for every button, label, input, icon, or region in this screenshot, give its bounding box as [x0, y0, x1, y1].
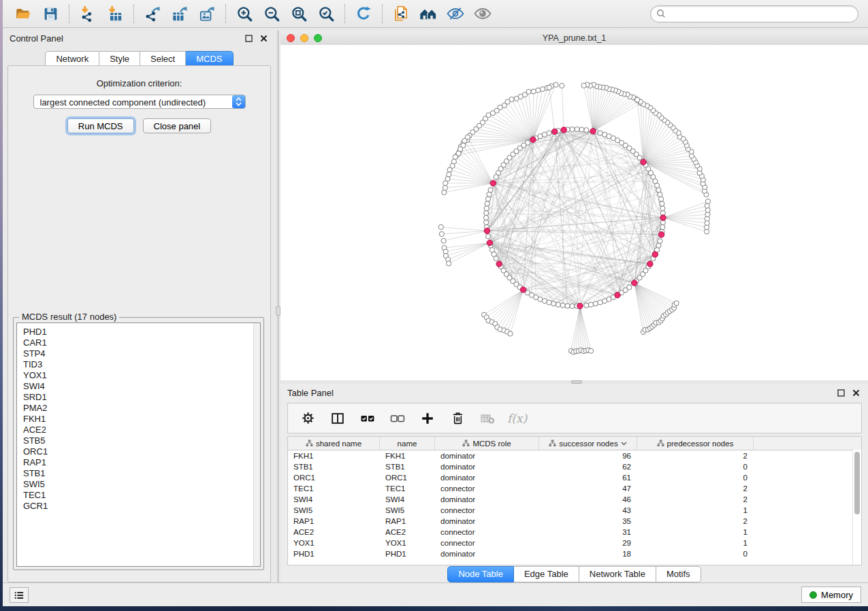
column-header-MCDS-role[interactable]: MCDS role: [435, 437, 539, 450]
table-tab-edge-table[interactable]: Edge Table: [514, 566, 579, 582]
table-cell: PHD1: [380, 548, 435, 559]
table-row[interactable]: SWI4SWI4dominator462: [288, 494, 861, 505]
network-graph[interactable]: [280, 45, 868, 380]
import-table-button[interactable]: [101, 1, 129, 26]
optimization-criterion-select[interactable]: largest connected component (undirected): [33, 95, 246, 109]
list-item[interactable]: YOX1: [23, 370, 260, 381]
column-label: MCDS role: [472, 440, 511, 448]
table-settings-button[interactable]: [296, 407, 319, 430]
memory-label: Memory: [821, 590, 853, 600]
mcds-result-list[interactable]: PHD1CAR1STP4TID3YOX1SWI4SRD1PMA2FKH1ACE2…: [16, 323, 261, 567]
plus-icon: [420, 411, 435, 426]
table-tab-network-table[interactable]: Network Table: [579, 566, 656, 582]
column-header-name[interactable]: name: [380, 437, 435, 450]
zoom-selected-button[interactable]: [312, 1, 340, 26]
table-row[interactable]: RAP1RAP1dominator352: [288, 516, 861, 527]
svg-text:f(x): f(x): [507, 412, 528, 425]
delete-column-button[interactable]: [446, 407, 469, 430]
list-item[interactable]: TID3: [23, 359, 260, 370]
hide-annotations-button[interactable]: [442, 1, 469, 26]
list-item[interactable]: STB5: [23, 435, 260, 446]
sort-descending-icon: [621, 442, 627, 446]
mcds-result-title: MCDS result (17 nodes): [19, 312, 119, 322]
list-item[interactable]: STB1: [23, 468, 260, 479]
list-item[interactable]: FKH1: [23, 414, 260, 425]
list-item[interactable]: SWI4: [23, 381, 260, 392]
table-cell: 2: [637, 516, 754, 527]
table-row[interactable]: PHD1PHD1dominator180: [288, 548, 861, 559]
table-row[interactable]: TEC1TEC1connector472: [288, 483, 861, 494]
column-header-predecessor-nodes[interactable]: predecessor nodes: [637, 437, 754, 450]
function-builder-button-disabled[interactable]: f(x): [506, 407, 529, 430]
mcds-result-scrollbar[interactable]: [253, 323, 260, 566]
list-item[interactable]: SWI5: [23, 479, 260, 490]
list-item[interactable]: CAR1: [23, 337, 260, 348]
table-cell: YOX1: [288, 538, 380, 548]
table-row[interactable]: ACE2ACE2connector311: [288, 527, 861, 538]
select-all-rows-button[interactable]: [356, 407, 379, 430]
show-view-button[interactable]: [469, 1, 496, 26]
table-row[interactable]: SWI5SWI5connector431: [288, 505, 861, 516]
network-canvas[interactable]: [280, 45, 868, 380]
table-cell: ORC1: [288, 472, 380, 483]
table-row[interactable]: FKH1FKH1dominator962: [288, 450, 861, 461]
fx-icon: f(x): [506, 410, 529, 427]
table-cell: 47: [539, 483, 637, 494]
zoom-fit-button[interactable]: [285, 1, 312, 26]
import-network-button[interactable]: [74, 1, 101, 26]
search-input[interactable]: [650, 5, 858, 22]
list-item[interactable]: PHD1: [23, 327, 260, 337]
home-pages-button[interactable]: [415, 1, 442, 26]
export-table-icon: [171, 5, 189, 22]
float-panel-icon[interactable]: [835, 387, 846, 398]
create-column-button[interactable]: [416, 407, 439, 430]
column-namespace-icon: [657, 440, 664, 447]
list-item[interactable]: SRD1: [23, 392, 260, 403]
memory-button[interactable]: Memory: [801, 587, 861, 603]
export-image-button[interactable]: [193, 1, 221, 26]
zoom-out-button[interactable]: [258, 1, 285, 26]
close-panel-button[interactable]: Close panel: [143, 118, 212, 133]
control-panel-title: Control Panel: [10, 33, 63, 44]
scrollbar-thumb[interactable]: [854, 452, 860, 514]
export-network-button[interactable]: [139, 1, 166, 26]
refresh-layout-button[interactable]: [350, 1, 377, 26]
list-item[interactable]: ORC1: [23, 446, 260, 457]
float-panel-icon[interactable]: [243, 33, 254, 44]
save-session-button[interactable]: [37, 1, 64, 26]
list-item[interactable]: ACE2: [23, 425, 260, 435]
table-cell: 1: [637, 505, 754, 516]
table-row[interactable]: STB1STB1dominator620: [288, 461, 861, 472]
table-tab-motifs[interactable]: Motifs: [656, 566, 701, 582]
list-item[interactable]: PMA2: [23, 403, 260, 414]
close-panel-icon[interactable]: [258, 33, 269, 44]
list-item[interactable]: TEC1: [23, 490, 260, 501]
zoom-in-button[interactable]: [231, 1, 258, 26]
deselect-all-rows-button[interactable]: [386, 407, 409, 430]
delete-table-button-disabled[interactable]: [476, 407, 499, 430]
table-cell: SWI4: [288, 494, 380, 505]
close-panel-icon[interactable]: [850, 387, 861, 398]
splitter-handle[interactable]: [276, 306, 280, 316]
column-label: name: [398, 440, 417, 448]
table-cell: FKH1: [380, 450, 435, 461]
run-mcds-button[interactable]: Run MCDS: [67, 118, 134, 133]
column-header-shared-name[interactable]: shared name: [288, 437, 380, 450]
eye-icon: [473, 4, 492, 23]
task-history-button[interactable]: [10, 587, 29, 603]
search-container: [650, 5, 858, 22]
list-item[interactable]: GCR1: [23, 501, 260, 512]
table-scrollbar[interactable]: [852, 450, 861, 565]
export-table-button[interactable]: [166, 1, 193, 26]
table-tab-node-table[interactable]: Node Table: [447, 566, 514, 582]
table-row[interactable]: ORC1ORC1dominator610: [288, 472, 861, 483]
list-item[interactable]: STP4: [23, 348, 260, 359]
table-row[interactable]: YOX1YOX1connector291: [288, 538, 861, 548]
table-cell: 2: [637, 483, 754, 494]
column-header-successor-nodes[interactable]: successor nodes: [539, 437, 637, 450]
open-file-button[interactable]: [10, 1, 37, 26]
show-column-panel-button[interactable]: [326, 407, 349, 430]
list-item[interactable]: RAP1: [23, 457, 260, 468]
vertical-splitter[interactable]: [276, 31, 280, 582]
share-document-button[interactable]: [387, 1, 415, 26]
